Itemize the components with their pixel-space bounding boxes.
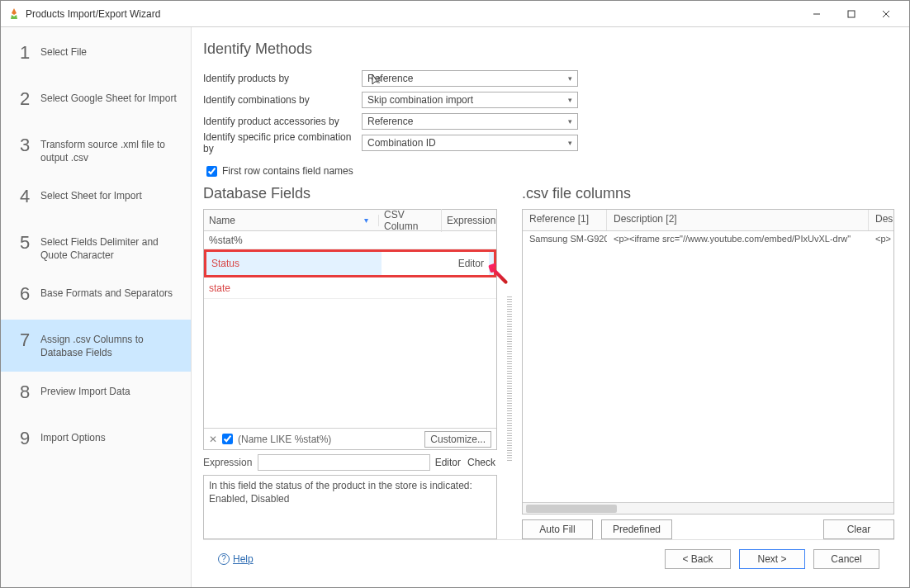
csv-col-description[interactable]: Description [2] bbox=[607, 210, 869, 230]
app-icon bbox=[7, 7, 21, 21]
window-title: Products Import/Export Wizard bbox=[26, 8, 800, 20]
help-link[interactable]: ?Help bbox=[218, 553, 254, 565]
identify-accessories-label: Identify product accessories by bbox=[203, 116, 362, 127]
splitter[interactable] bbox=[507, 296, 512, 462]
maximize-button[interactable] bbox=[835, 2, 868, 26]
wizard-steps-sidebar: 1Select File 2Select Google Sheet for Im… bbox=[1, 27, 192, 587]
identify-price-combo-label: Identify specific price combination by bbox=[203, 131, 362, 154]
first-row-checkbox[interactable] bbox=[206, 166, 217, 177]
expression-label: Expression bbox=[203, 457, 254, 468]
close-button[interactable] bbox=[870, 2, 903, 26]
autofill-button[interactable]: Auto Fill bbox=[522, 519, 593, 539]
chevron-down-icon: ▾ bbox=[568, 96, 572, 104]
col-expr-header[interactable]: Expression bbox=[442, 215, 496, 226]
clear-button[interactable]: Clear bbox=[823, 519, 894, 539]
wizard-footer: ?Help < Back Next > Cancel bbox=[203, 539, 894, 577]
identify-products-label: Identify products by bbox=[203, 73, 362, 84]
step-select-sheet[interactable]: 4Select Sheet for Import bbox=[1, 176, 191, 222]
predefined-button[interactable]: Predefined bbox=[601, 519, 672, 539]
main-content: Identify Methods Identify products byRef… bbox=[192, 27, 909, 587]
csv-col-description2[interactable]: Des bbox=[869, 210, 893, 230]
database-fields-grid: Name▾ CSV Column Expression %stat% Statu… bbox=[203, 209, 497, 450]
identify-combinations-select[interactable]: Skip combination import▾ bbox=[362, 92, 578, 108]
csv-grid-header: Reference [1] Description [2] Des bbox=[523, 210, 893, 231]
chevron-down-icon: ▾ bbox=[568, 74, 572, 83]
step-assign-columns[interactable]: 7Assign .csv Columns to Database Fields bbox=[1, 320, 191, 371]
help-icon: ? bbox=[218, 553, 230, 565]
identify-methods-title: Identify Methods bbox=[203, 40, 894, 58]
step-preview[interactable]: 8Preview Import Data bbox=[1, 372, 191, 418]
editor-link[interactable]: Editor bbox=[434, 457, 462, 468]
step-import-options[interactable]: 9Import Options bbox=[1, 418, 191, 464]
database-fields-title: Database Fields bbox=[203, 185, 497, 202]
filter-enabled-checkbox[interactable] bbox=[222, 434, 233, 444]
expression-input[interactable] bbox=[258, 454, 430, 471]
identify-methods-grid: Identify products byReference▾ Identify … bbox=[203, 69, 894, 152]
titlebar: Products Import/Export Wizard bbox=[1, 1, 909, 27]
db-filter-bar: ✕ (Name LIKE %stat%) Customize... bbox=[204, 428, 496, 449]
col-name-header[interactable]: Name▾ bbox=[204, 215, 379, 226]
svg-rect-0 bbox=[848, 11, 855, 17]
step-base-formats[interactable]: 6Base Formats and Separators bbox=[1, 273, 191, 320]
db-row-state[interactable]: state bbox=[204, 277, 496, 299]
customize-filter-button[interactable]: Customize... bbox=[424, 431, 491, 448]
wizard-window: Products Import/Export Wizard 1Select Fi… bbox=[0, 0, 910, 588]
csv-columns-grid: Reference [1] Description [2] Des Samsun… bbox=[522, 209, 894, 514]
minimize-button[interactable] bbox=[800, 2, 833, 26]
col-csv-header[interactable]: CSV Column bbox=[379, 209, 442, 232]
csv-data-row[interactable]: Samsung SM-G920F <p><iframe src="//www.y… bbox=[523, 231, 893, 249]
db-row-status[interactable]: Status Editor bbox=[204, 249, 496, 277]
csv-col-reference[interactable]: Reference [1] bbox=[523, 210, 607, 230]
chevron-down-icon: ▾ bbox=[568, 117, 572, 126]
step-delimiter[interactable]: 5Select Fields Delimiter and Quote Chara… bbox=[1, 222, 191, 273]
back-button[interactable]: < Back bbox=[665, 549, 731, 569]
filter-icon: ▾ bbox=[364, 216, 368, 225]
check-link[interactable]: Check bbox=[466, 457, 497, 468]
clear-filter-button[interactable]: ✕ bbox=[209, 434, 217, 445]
db-grid-header: Name▾ CSV Column Expression bbox=[204, 210, 496, 231]
chevron-down-icon: ▾ bbox=[568, 139, 572, 147]
first-row-label: First row contains field names bbox=[222, 165, 353, 177]
database-fields-panel: Database Fields Name▾ CSV Column Express… bbox=[203, 185, 497, 539]
identify-accessories-select[interactable]: Reference▾ bbox=[362, 113, 578, 130]
step-select-file[interactable]: 1Select File bbox=[1, 32, 191, 78]
identify-combinations-label: Identify combinations by bbox=[203, 94, 362, 106]
next-button[interactable]: Next > bbox=[739, 549, 805, 569]
horizontal-scrollbar[interactable] bbox=[523, 502, 893, 514]
csv-columns-panel: .csv file columns Reference [1] Descript… bbox=[522, 185, 894, 539]
identify-price-combo-select[interactable]: Combination ID▾ bbox=[362, 135, 578, 151]
csv-columns-title: .csv file columns bbox=[522, 185, 894, 202]
identify-products-select[interactable]: Reference▾ bbox=[362, 70, 578, 87]
step-transform-xml[interactable]: 3Transform source .xml file to output .c… bbox=[1, 125, 191, 176]
filter-expression-text: (Name LIKE %stat%) bbox=[238, 434, 419, 445]
db-filter-input-row[interactable]: %stat% bbox=[204, 231, 496, 249]
cancel-button[interactable]: Cancel bbox=[813, 549, 879, 569]
step-google-sheet[interactable]: 2Select Google Sheet for Import bbox=[1, 78, 191, 125]
field-description: In this field the status of the product … bbox=[203, 475, 497, 539]
